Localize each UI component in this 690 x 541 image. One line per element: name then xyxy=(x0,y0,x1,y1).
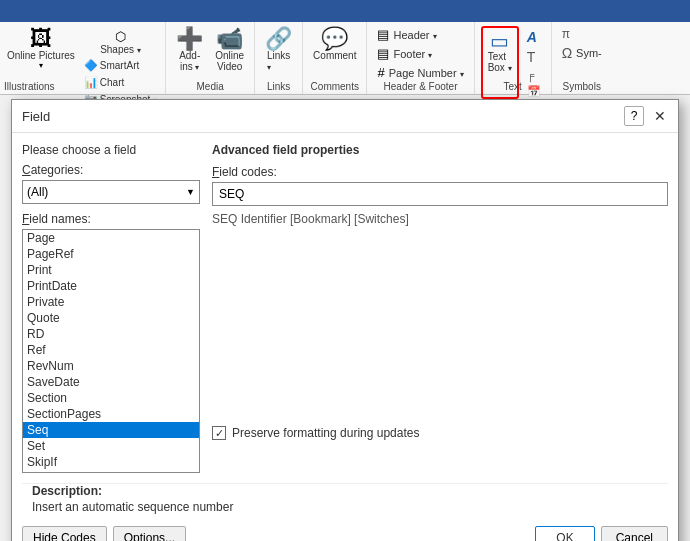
field-item-printdate[interactable]: PrintDate xyxy=(23,278,199,294)
text-group: ▭ TextBox ▾ A T ╒ xyxy=(475,22,552,94)
comment-button[interactable]: 💬 Comment xyxy=(309,26,360,63)
comments-label: Comments xyxy=(303,81,366,92)
cancel-button[interactable]: Cancel xyxy=(601,526,668,541)
equation-button[interactable]: π xyxy=(558,26,606,42)
header-footer-label: Header & Footer xyxy=(367,81,473,92)
links-button[interactable]: 🔗 Links▾ xyxy=(261,26,296,74)
header-footer-group: ▤ Header ▾ ▤ Footer ▾ # Page Number ▾ He… xyxy=(367,22,474,94)
field-item-styleref[interactable]: StyleRef xyxy=(23,470,199,473)
dropcap-button[interactable]: T xyxy=(523,48,545,66)
signature-button[interactable]: ╒ xyxy=(523,68,545,82)
footer-left-buttons: Hide Codes Options... xyxy=(22,526,186,541)
dialog-help-button[interactable]: ? xyxy=(624,106,644,126)
footer-right-buttons: OK Cancel xyxy=(535,526,668,541)
comments-group: 💬 Comment Comments xyxy=(303,22,367,94)
field-item-quote[interactable]: Quote xyxy=(23,310,199,326)
symbol-button[interactable]: Ω Sym- xyxy=(558,44,606,62)
advanced-props-title: Advanced field properties xyxy=(212,143,668,157)
options-button[interactable]: Options... xyxy=(113,526,186,541)
field-codes-input[interactable] xyxy=(212,182,668,206)
dialog-title: Field xyxy=(22,109,50,124)
links-group: 🔗 Links▾ Links xyxy=(255,22,303,94)
field-names-label: Field names: xyxy=(22,212,200,226)
preserve-formatting-checkbox[interactable]: ✓ xyxy=(212,426,226,440)
online-video-button[interactable]: 📹 OnlineVideo xyxy=(211,26,248,74)
left-panel: Please choose a field Categories: (All) … xyxy=(22,143,200,473)
field-item-sectionpages[interactable]: SectionPages xyxy=(23,406,199,422)
field-item-set[interactable]: Set xyxy=(23,438,199,454)
description-section: Description: Insert an automatic sequenc… xyxy=(22,483,668,520)
description-label: Description: xyxy=(32,484,658,498)
pictures-button[interactable]: 🖼 Online Pictures ▾ xyxy=(4,26,78,72)
categories-select[interactable]: (All) ▼ xyxy=(22,180,200,204)
addins-button[interactable]: ➕ Add-ins ▾ xyxy=(172,26,207,74)
illustrations-label: Illustrations xyxy=(4,81,55,92)
text-label: Text xyxy=(475,81,551,92)
field-item-pageref[interactable]: PageRef xyxy=(23,246,199,262)
description-text: Insert an automatic sequence number xyxy=(32,500,658,514)
field-item-print[interactable]: Print xyxy=(23,262,199,278)
hide-codes-button[interactable]: Hide Codes xyxy=(22,526,107,541)
checkbox-check: ✓ xyxy=(215,427,224,440)
categories-label: Categories: xyxy=(22,163,200,177)
field-item-skipif[interactable]: SkipIf xyxy=(23,454,199,470)
categories-dropdown-arrow: ▼ xyxy=(186,187,195,197)
ribbon: 🖼 Online Pictures ▾ ⬡ Shapes ▾ 🔷 SmartAr… xyxy=(0,0,690,95)
choose-field-title: Please choose a field xyxy=(22,143,200,157)
right-panel: Advanced field properties Field codes: S… xyxy=(212,143,668,473)
field-item-revnum[interactable]: RevNum xyxy=(23,358,199,374)
dialog-titlebar: Field ? ✕ xyxy=(12,100,678,133)
smartart-button[interactable]: 🔷 SmartArt xyxy=(80,58,161,73)
field-item-rd[interactable]: RD xyxy=(23,326,199,342)
preserve-formatting-label: Preserve formatting during updates xyxy=(232,426,419,440)
symbols-group: π Ω Sym- Symbols xyxy=(552,22,612,94)
field-item-page[interactable]: Page xyxy=(23,230,199,246)
links-label: Links xyxy=(255,81,302,92)
field-codes-hint: SEQ Identifier [Bookmark] [Switches] xyxy=(212,212,668,226)
textbox-button[interactable]: ▭ TextBox ▾ xyxy=(485,30,515,74)
ok-button[interactable]: OK xyxy=(535,526,594,541)
preserve-formatting-row: ✓ Preserve formatting during updates xyxy=(212,426,668,440)
wordart-button[interactable]: A xyxy=(523,28,545,46)
field-item-seq[interactable]: Seq xyxy=(23,422,199,438)
page-number-button[interactable]: # Page Number ▾ xyxy=(373,64,467,81)
footer-button[interactable]: ▤ Footer ▾ xyxy=(373,45,467,62)
dialog-close-button[interactable]: ✕ xyxy=(650,106,670,126)
addins-group: ➕ Add-ins ▾ 📹 OnlineVideo Media xyxy=(166,22,255,94)
field-item-section[interactable]: Section xyxy=(23,390,199,406)
chart-button[interactable]: 📊 Chart xyxy=(80,75,161,90)
symbols-label: Symbols xyxy=(552,81,612,92)
field-codes-label: Field codes: xyxy=(212,165,668,179)
dialog-footer: Hide Codes Options... OK Cancel xyxy=(12,520,678,541)
field-item-ref[interactable]: Ref xyxy=(23,342,199,358)
shapes-button[interactable]: ⬡ Shapes ▾ xyxy=(80,28,161,56)
header-button[interactable]: ▤ Header ▾ xyxy=(373,26,467,43)
media-label: Media xyxy=(166,81,254,92)
field-item-savedate[interactable]: SaveDate xyxy=(23,374,199,390)
dialog-body: Please choose a field Categories: (All) … xyxy=(12,133,678,483)
field-item-private[interactable]: Private xyxy=(23,294,199,310)
illustrations-group: 🖼 Online Pictures ▾ ⬡ Shapes ▾ 🔷 SmartAr… xyxy=(0,22,166,94)
field-dialog: Field ? ✕ Please choose a field Categori… xyxy=(11,99,679,541)
field-names-list[interactable]: Page PageRef Print PrintDate Private Quo… xyxy=(22,229,200,473)
